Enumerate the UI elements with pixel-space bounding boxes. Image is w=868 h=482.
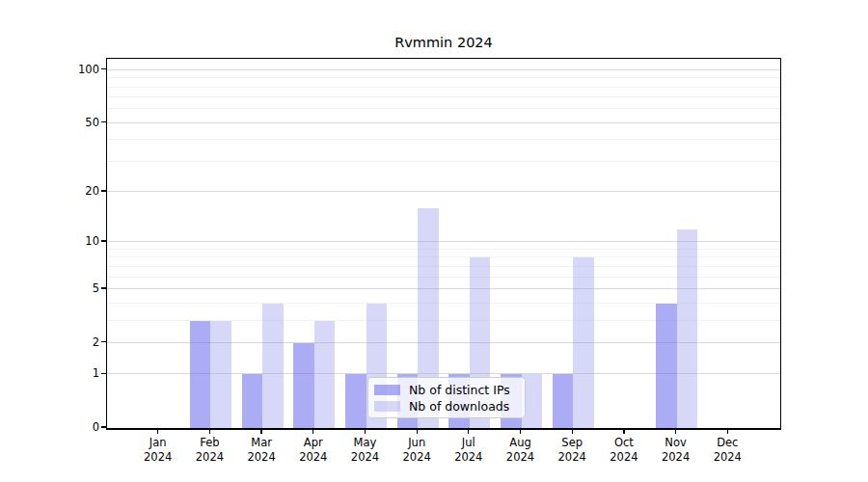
x-tick-label-dec: Dec2024 xyxy=(698,436,756,465)
x-tick-label-jul: Jul2024 xyxy=(440,436,498,465)
bar-distinct-ips-may xyxy=(345,374,366,428)
bar-distinct-ips-mar xyxy=(242,374,263,428)
x-tick-mark-dec xyxy=(727,429,728,434)
y-tick-label-1: 1 xyxy=(55,366,99,380)
bar-downloads-sep xyxy=(573,257,594,428)
x-tick-mark-may xyxy=(365,429,366,434)
bar-distinct-ips-nov xyxy=(656,304,677,428)
x-tick-label-mar: Mar2024 xyxy=(232,436,290,465)
y-tick-mark-5 xyxy=(101,287,106,288)
y-tick-label-5: 5 xyxy=(55,281,99,295)
y-tick-mark-50 xyxy=(101,121,106,122)
plot-area xyxy=(106,58,781,430)
x-tick-label-apr: Apr2024 xyxy=(285,436,342,465)
x-tick-mark-mar xyxy=(260,429,261,434)
legend-swatch-downloads xyxy=(374,401,400,412)
y-tick-label-50: 50 xyxy=(55,116,99,129)
x-tick-mark-aug xyxy=(520,429,521,434)
x-tick-label-feb: Feb2024 xyxy=(180,436,238,465)
x-tick-label-oct: Oct2024 xyxy=(595,436,653,465)
y-tick-label-10: 10 xyxy=(55,234,99,248)
x-tick-mark-nov xyxy=(675,429,676,434)
y-tick-mark-10 xyxy=(101,240,106,241)
legend-swatch-distinct-ips xyxy=(374,385,400,395)
y-tick-label-20: 20 xyxy=(55,184,99,198)
x-tick-mark-sep xyxy=(572,429,573,434)
y-tick-mark-1 xyxy=(101,373,106,374)
chart-title: Rvmmin 2024 xyxy=(106,35,781,50)
legend: Nb of distinct IPs Nb of downloads xyxy=(367,377,526,418)
x-tick-label-jan: Jan2024 xyxy=(129,436,187,465)
legend-label-downloads: Nb of downloads xyxy=(409,399,509,414)
legend-label-distinct-ips: Nb of distinct IPs xyxy=(409,383,510,397)
bar-distinct-ips-sep xyxy=(553,374,574,428)
x-tick-mark-jul xyxy=(468,429,469,434)
bar-downloads-feb xyxy=(210,321,231,429)
bars xyxy=(107,59,780,428)
x-tick-label-sep: Sep2024 xyxy=(543,436,601,465)
legend-item-distinct-ips: Nb of distinct IPs xyxy=(374,383,517,397)
legend-item-downloads: Nb of downloads xyxy=(374,399,517,414)
x-tick-mark-apr xyxy=(312,429,313,434)
bar-downloads-apr xyxy=(314,321,336,429)
bar-downloads-mar xyxy=(262,304,284,428)
y-tick-mark-0 xyxy=(101,426,106,427)
bar-downloads-nov xyxy=(677,229,698,428)
y-tick-mark-20 xyxy=(101,190,106,191)
x-tick-label-jun: Jun2024 xyxy=(388,436,446,465)
y-tick-label-2: 2 xyxy=(55,335,99,349)
x-tick-mark-oct xyxy=(623,429,624,434)
y-tick-label-100: 100 xyxy=(55,63,99,76)
y-tick-mark-100 xyxy=(101,68,106,69)
x-tick-label-may: May2024 xyxy=(337,436,394,465)
x-tick-label-nov: Nov2024 xyxy=(647,436,705,465)
y-tick-label-0: 0 xyxy=(55,420,99,434)
bar-distinct-ips-apr xyxy=(293,343,314,428)
x-tick-mark-jun xyxy=(417,429,418,434)
y-tick-mark-2 xyxy=(101,341,106,342)
x-tick-label-aug: Aug2024 xyxy=(492,436,550,465)
bar-distinct-ips-feb xyxy=(190,321,211,429)
x-tick-mark-jan xyxy=(157,429,158,434)
figure: Rvmmin 2024 1005020105210 Jan2024Feb2024… xyxy=(0,0,868,482)
x-tick-mark-feb xyxy=(209,429,210,434)
